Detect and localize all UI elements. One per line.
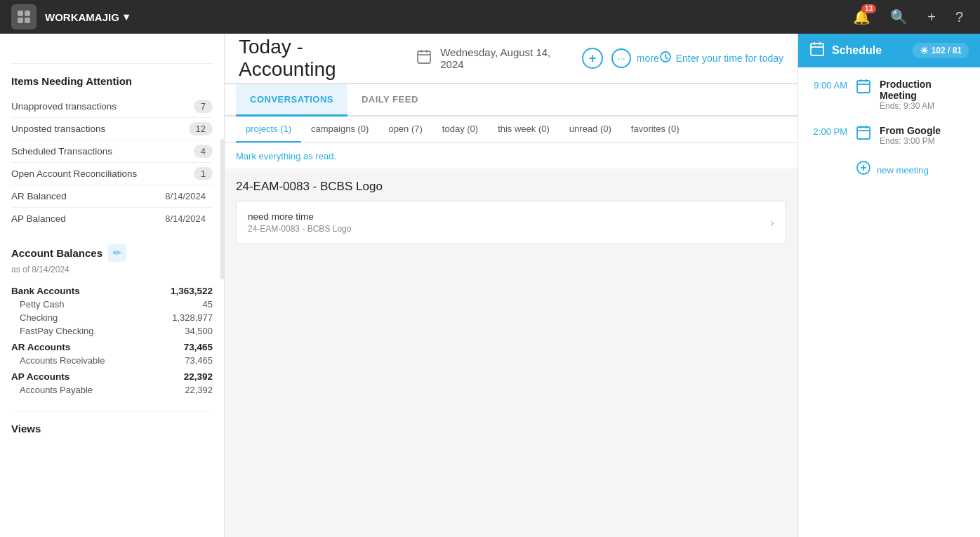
notifications-button[interactable]: 🔔 13 bbox=[853, 8, 870, 25]
mark-read-link[interactable]: Mark everything as read. bbox=[236, 151, 336, 161]
attention-item-label: Open Account Reconciliations bbox=[11, 168, 137, 179]
balance-group: Bank Accounts 1,363,522 Petty Cash 45 Ch… bbox=[11, 281, 213, 338]
more-button[interactable]: ··· more bbox=[611, 48, 659, 68]
balance-sub-item: Accounts Payable 22,392 bbox=[11, 383, 213, 397]
balance-sub-item: Checking 1,328,977 bbox=[11, 311, 213, 324]
event-calendar-icon-1 bbox=[856, 125, 871, 145]
views-title: Views bbox=[11, 423, 213, 435]
more-label: more bbox=[637, 53, 659, 64]
sub-tab-projects[interactable]: projects (1) bbox=[236, 117, 301, 142]
brand-dropdown-icon: ▾ bbox=[124, 11, 129, 23]
sub-tab-unread[interactable]: unread (0) bbox=[559, 117, 621, 142]
attention-item-value: 8/14/2024 bbox=[158, 190, 213, 203]
edit-balances-button[interactable]: ✏ bbox=[108, 244, 126, 262]
svg-rect-4 bbox=[418, 51, 430, 63]
new-meeting-row[interactable]: new meeting bbox=[809, 160, 969, 180]
new-meeting-icon bbox=[856, 160, 871, 180]
attention-item-label: AR Balanced bbox=[11, 191, 67, 201]
attention-item-value: 1 bbox=[194, 167, 213, 180]
schedule-calendar-icon bbox=[809, 41, 825, 60]
attention-item-value: 8/14/2024 bbox=[158, 212, 213, 225]
attention-item-value: 7 bbox=[194, 100, 213, 113]
enter-time-label: Enter your time for today bbox=[676, 53, 783, 64]
attention-item-value: 12 bbox=[189, 122, 213, 135]
schedule-count: ☀ 102 / 81 bbox=[913, 43, 969, 58]
clock-icon bbox=[659, 51, 672, 67]
event-ends-1: Ends: 3:00 PM bbox=[880, 136, 941, 146]
schedule-event-1: 2:00 PM From Google Ends: 3:00 PM bbox=[809, 125, 969, 146]
svg-rect-0 bbox=[18, 11, 23, 16]
attention-item[interactable]: Unposted transactions 12 bbox=[11, 118, 213, 140]
as-of-date: as of 8/14/2024 bbox=[11, 265, 213, 274]
new-meeting-label[interactable]: new meeting bbox=[877, 165, 929, 175]
search-button[interactable]: 🔍 bbox=[890, 8, 908, 25]
sub-tab-favorites[interactable]: favorites (0) bbox=[621, 117, 689, 142]
edit-icon: ✏ bbox=[113, 247, 121, 258]
event-time-0: 9:00 AM bbox=[809, 79, 847, 91]
top-navigation: WORKAMAJIG ▾ 🔔 13 🔍 + ? bbox=[0, 0, 980, 34]
attention-item[interactable]: Scheduled Transactions 4 bbox=[11, 140, 213, 163]
event-title-0: Production Meeting bbox=[880, 79, 969, 101]
schedule-header: Schedule ☀ 102 / 81 bbox=[798, 34, 980, 67]
event-ends-0: Ends: 9:30 AM bbox=[880, 101, 969, 111]
main-layout: Items Needing Attention Unapproved trans… bbox=[0, 34, 980, 537]
schedule-event-0: 9:00 AM Production Meeting Ends: 9:30 AM bbox=[809, 79, 969, 111]
schedule-label: Schedule bbox=[832, 44, 882, 57]
left-sidebar: Items Needing Attention Unapproved trans… bbox=[0, 34, 225, 537]
balance-sub-item: Petty Cash 45 bbox=[11, 298, 213, 311]
main-tab-bar: CONVERSATIONS DAILY FEED bbox=[225, 84, 797, 117]
chevron-right-icon: › bbox=[770, 216, 774, 230]
balance-group-title: AR Accounts 73,465 bbox=[11, 338, 213, 354]
content-area: Today - Accounting Wednesday, August 14,… bbox=[225, 34, 797, 537]
balance-group-title: AP Accounts 22,392 bbox=[11, 367, 213, 383]
attention-items-list: Unapproved transactions 7 Unposted trans… bbox=[11, 95, 213, 230]
tab-daily-feed[interactable]: DAILY FEED bbox=[347, 84, 432, 117]
attention-item[interactable]: AR Balanced 8/14/2024 bbox=[11, 185, 213, 208]
balance-group-title: Bank Accounts 1,363,522 bbox=[11, 281, 213, 298]
sidebar-scrollbar[interactable] bbox=[220, 139, 224, 279]
attention-item[interactable]: Unapproved transactions 7 bbox=[11, 95, 213, 118]
brand-name[interactable]: WORKAMAJIG ▾ bbox=[45, 11, 129, 23]
sun-icon: ☀ bbox=[920, 45, 929, 56]
balance-group: AP Accounts 22,392 Accounts Payable 22,3… bbox=[11, 367, 213, 397]
balance-group: AR Accounts 73,465 Accounts Receivable 7… bbox=[11, 338, 213, 367]
svg-rect-1 bbox=[25, 11, 30, 16]
add-button[interactable]: + bbox=[927, 9, 936, 25]
account-balances-section: Account Balances ✏ bbox=[11, 244, 213, 262]
mark-read-bar: Mark everything as read. bbox=[225, 143, 797, 168]
schedule-panel: Schedule ☀ 102 / 81 9:00 AM Produc bbox=[797, 34, 980, 537]
add-event-button[interactable]: + bbox=[582, 48, 602, 69]
conversation-item[interactable]: need more time 24-EAM-0083 - BCBS Logo › bbox=[236, 201, 786, 244]
svg-line-10 bbox=[666, 57, 668, 59]
attention-item[interactable]: AP Balanced 8/14/2024 bbox=[11, 208, 213, 230]
help-button[interactable]: ? bbox=[955, 9, 963, 25]
attention-item-label: Unposted transactions bbox=[11, 124, 105, 134]
attention-item-label: AP Balanced bbox=[11, 213, 66, 224]
attention-item-label: Scheduled Transactions bbox=[11, 146, 112, 157]
event-title-1: From Google bbox=[880, 125, 941, 136]
sub-tab-today[interactable]: today (0) bbox=[432, 117, 488, 142]
balance-groups: Bank Accounts 1,363,522 Petty Cash 45 Ch… bbox=[11, 281, 213, 397]
tab-conversations[interactable]: CONVERSATIONS bbox=[236, 84, 347, 117]
attention-item[interactable]: Open Account Reconciliations 1 bbox=[11, 163, 213, 185]
enter-time-link[interactable]: Enter your time for today bbox=[659, 51, 783, 67]
brand-name-text: WORKAMAJIG bbox=[45, 11, 119, 23]
conversations-section: 24-EAM-0083 - BCBS Logo need more time 2… bbox=[225, 168, 797, 537]
sub-tab-this-week[interactable]: this week (0) bbox=[488, 117, 559, 142]
page-header-bar: Today - Accounting Wednesday, August 14,… bbox=[225, 34, 797, 84]
attention-section-title: Items Needing Attention bbox=[11, 75, 213, 87]
svg-rect-3 bbox=[25, 18, 30, 23]
balance-sub-item: FastPay Checking 34,500 bbox=[11, 324, 213, 338]
sub-tab-open[interactable]: open (7) bbox=[378, 117, 432, 142]
sub-tab-campaigns[interactable]: campaigns (0) bbox=[301, 117, 378, 142]
event-calendar-icon-0 bbox=[856, 79, 871, 98]
views-section: Views bbox=[11, 411, 213, 454]
svg-rect-11 bbox=[811, 44, 823, 55]
schedule-body: 9:00 AM Production Meeting Ends: 9:30 AM… bbox=[798, 67, 980, 537]
app-logo bbox=[11, 4, 37, 29]
event-time-1: 2:00 PM bbox=[809, 125, 847, 137]
attention-item-label: Unapproved transactions bbox=[11, 101, 117, 112]
calendar-icon bbox=[416, 49, 432, 68]
page-title: Today - Accounting bbox=[239, 36, 402, 81]
balances-title: Account Balances bbox=[11, 247, 102, 259]
